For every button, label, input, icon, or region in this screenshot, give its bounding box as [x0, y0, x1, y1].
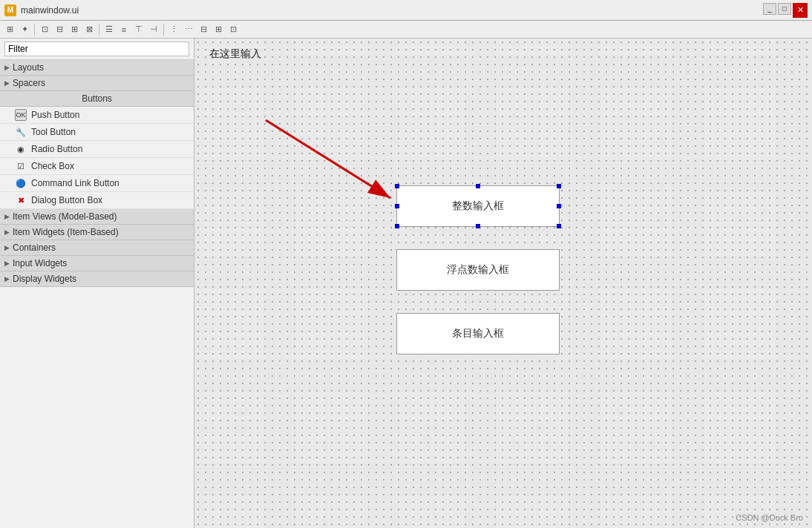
sidebar-category-item-views[interactable]: ▶ Item Views (Model-Based) [0, 209, 194, 225]
sidebar-category-item-widgets[interactable]: ▶ Item Widgets (Item-Based) [0, 225, 194, 240]
toolbar-separator-2 [99, 24, 99, 36]
sidebar-category-label-input-widgets: Input Widgets [13, 258, 67, 268]
toolbar-icon-1[interactable]: ⊞ [3, 23, 16, 36]
widget-float-input-label: 浮点数输入框 [447, 263, 509, 277]
handle-br[interactable] [557, 224, 561, 228]
sidebar-category-buttons[interactable]: Buttons [0, 91, 194, 107]
toolbar-icon-10[interactable]: ⊣ [147, 23, 160, 36]
toolbar-icon-5[interactable]: ⊞ [68, 23, 81, 36]
sidebar-category-input-widgets[interactable]: ▶ Input Widgets [0, 256, 194, 271]
toolbar-icon-4[interactable]: ⊟ [53, 23, 66, 36]
canvas-background: 在这里输入 整数输入框 [194, 39, 812, 528]
tool-button-icon: 🔧 [15, 126, 27, 138]
toolbar-icon-2[interactable]: ✦ [18, 23, 31, 36]
sidebar-item-label-radio-button: Radio Button [31, 144, 82, 154]
toolbar-icon-13[interactable]: ⊟ [197, 23, 210, 36]
canvas-title: 在这里输入 [209, 47, 261, 61]
close-button[interactable]: ✕ [793, 3, 808, 18]
title-bar: M mainwindow.ui _ □ ✕ [0, 0, 812, 21]
sidebar-category-containers[interactable]: ▶ Containers [0, 240, 194, 256]
window-title: mainwindow.ui [21, 5, 759, 16]
toolbar-icon-6[interactable]: ⊠ [82, 23, 96, 36]
sidebar-item-label-push-button: Push Button [31, 110, 79, 120]
toolbar-icon-9[interactable]: ⊤ [132, 23, 145, 36]
handle-tr[interactable] [557, 184, 561, 188]
command-link-icon: 🔵 [15, 177, 27, 189]
minimize-button[interactable]: _ [763, 3, 776, 15]
sidebar-item-tool-button[interactable]: 🔧 Tool Button [0, 124, 194, 141]
toolbar-separator-3 [163, 24, 164, 36]
watermark: CSDN @Duck Bro [736, 513, 803, 522]
sidebar-category-label-containers: Containers [13, 242, 56, 253]
handle-tl[interactable] [395, 184, 399, 188]
sidebar-category-spacers[interactable]: ▶ Spacers [0, 76, 194, 91]
sidebar-category-label-buttons: Buttons [82, 93, 112, 104]
filter-bar [0, 39, 194, 60]
toolbar-icon-14[interactable]: ⊞ [212, 23, 225, 36]
dialog-button-box-icon: ✖ [15, 194, 27, 206]
sidebar-item-label-tool-button: Tool Button [31, 127, 76, 137]
sidebar-item-radio-button[interactable]: ◉ Radio Button [0, 141, 194, 158]
toolbar-icon-11[interactable]: ⋮ [167, 23, 180, 36]
canvas-area[interactable]: 在这里输入 整数输入框 [194, 39, 812, 528]
sidebar-category-label-layouts: Layouts [13, 62, 44, 73]
title-bar-controls: _ □ ✕ [763, 3, 808, 18]
sidebar: ▶ Layouts ▶ Spacers Buttons OK Push Butt… [0, 39, 194, 528]
toolbar-icon-8[interactable]: ≡ [117, 23, 131, 36]
toolbar: ⊞ ✦ ⊡ ⊟ ⊞ ⊠ ☰ ≡ ⊤ ⊣ ⋮ ⋯ ⊟ ⊞ ⊡ [0, 21, 812, 39]
sidebar-category-display-widgets[interactable]: ▶ Display Widgets [0, 271, 194, 287]
widget-item-input-label: 条目输入框 [452, 327, 504, 340]
toolbar-icon-3[interactable]: ⊡ [38, 23, 51, 36]
sidebar-category-label-item-widgets: Item Widgets (Item-Based) [13, 227, 119, 237]
handle-mr[interactable] [557, 204, 561, 208]
main-layout: ▶ Layouts ▶ Spacers Buttons OK Push Butt… [0, 39, 812, 528]
expand-arrow-spacers: ▶ [4, 79, 10, 87]
widget-integer-input-label: 整数输入框 [452, 199, 504, 213]
toolbar-icon-7[interactable]: ☰ [102, 23, 116, 36]
toolbar-icon-12[interactable]: ⋯ [182, 23, 195, 36]
expand-arrow-item-views: ▶ [4, 213, 10, 220]
toolbar-separator-1 [34, 24, 35, 36]
sidebar-category-label-spacers: Spacers [13, 78, 45, 88]
handle-bl[interactable] [395, 224, 399, 228]
widget-integer-input[interactable]: 整数输入框 [396, 185, 560, 227]
maximize-button[interactable]: □ [778, 3, 791, 15]
expand-arrow-item-widgets: ▶ [4, 228, 10, 236]
app-icon: M [4, 4, 16, 16]
filter-input[interactable] [4, 42, 189, 56]
expand-arrow-layouts: ▶ [4, 64, 10, 71]
sidebar-category-layouts[interactable]: ▶ Layouts [0, 60, 194, 76]
sidebar-item-label-command-link: Command Link Button [31, 178, 119, 188]
sidebar-category-label-item-views: Item Views (Model-Based) [13, 211, 117, 222]
expand-arrow-input-widgets: ▶ [4, 260, 10, 267]
widget-item-input[interactable]: 条目输入框 [396, 313, 560, 354]
svg-line-1 [266, 120, 390, 198]
expand-arrow-display-widgets: ▶ [4, 275, 10, 283]
sidebar-item-check-box[interactable]: ☑ Check Box [0, 158, 194, 175]
sidebar-item-dialog-button-box[interactable]: ✖ Dialog Button Box [0, 192, 194, 209]
expand-arrow-containers: ▶ [4, 244, 10, 251]
sidebar-category-label-display-widgets: Display Widgets [13, 274, 76, 284]
sidebar-item-label-dialog-button-box: Dialog Button Box [31, 195, 102, 205]
handle-bm[interactable] [476, 224, 480, 228]
push-button-icon: OK [15, 109, 27, 121]
sidebar-section: ▶ Layouts ▶ Spacers Buttons OK Push Butt… [0, 60, 194, 287]
radio-button-icon: ◉ [15, 143, 27, 155]
handle-ml[interactable] [395, 204, 399, 208]
check-box-icon: ☑ [15, 160, 27, 172]
toolbar-icon-15[interactable]: ⊡ [226, 23, 240, 36]
sidebar-item-label-check-box: Check Box [31, 161, 74, 171]
widget-float-input[interactable]: 浮点数输入框 [396, 249, 560, 291]
sidebar-item-push-button[interactable]: OK Push Button [0, 107, 194, 124]
handle-tm[interactable] [476, 184, 480, 188]
sidebar-item-command-link[interactable]: 🔵 Command Link Button [0, 175, 194, 192]
